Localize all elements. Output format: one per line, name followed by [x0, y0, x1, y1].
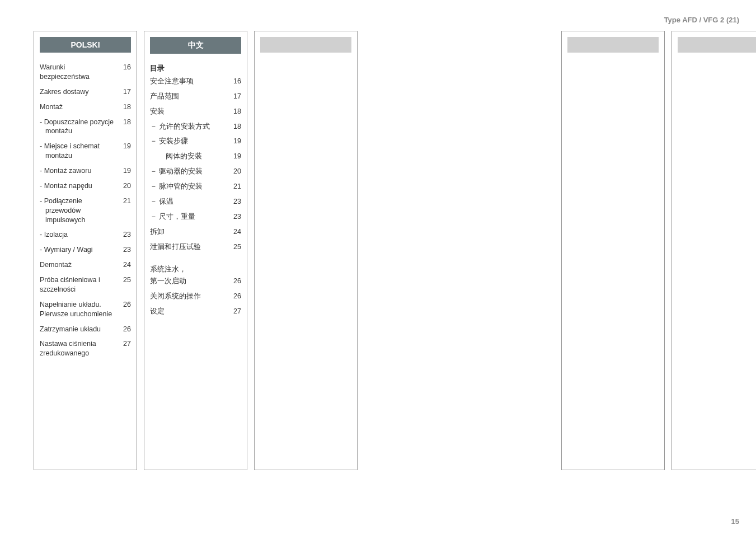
- toc-page: 19: [119, 166, 131, 176]
- toc-label: 系统注水，: [150, 265, 229, 274]
- toc-label: Warunki bezpieczeństwa: [40, 63, 119, 82]
- toc-label: Próba ciśnieniowa i szczelności: [40, 275, 119, 294]
- toc-label: Demontaż: [40, 260, 119, 270]
- toc-label: - Miejsce i schemat montażu: [40, 142, 119, 161]
- toc-row: Zakres dostawy 17: [40, 87, 131, 97]
- empty-panel-3: [254, 31, 358, 470]
- toc-page: 26: [119, 325, 131, 334]
- toc-label: 阀体的安装: [150, 152, 229, 161]
- toc-row: 安全注意事项 16: [150, 77, 241, 86]
- toc-page: 17: [119, 87, 131, 97]
- toc-row: Nastawa ciśnienia zredukowanego 27: [40, 339, 131, 358]
- toc-label: － 允许的安装方式: [150, 122, 229, 132]
- toc-row: - Podłączenie przewodów impulsowych 21: [40, 196, 131, 225]
- toc-row: Zatrzymanie układu 26: [40, 325, 131, 334]
- toc-label: - Dopuszczalne pozycje montażu: [40, 118, 119, 137]
- toc-page: 23: [119, 230, 131, 240]
- toc-page: 27: [229, 307, 241, 316]
- toc-label: - Podłączenie przewodów impulsowych: [40, 196, 119, 225]
- toc-label: 设定: [150, 307, 229, 316]
- toc-label: Zatrzymanie układu: [40, 325, 119, 334]
- empty-panel-5: [672, 31, 756, 470]
- toc-label: - Wymiary / Wagi: [40, 245, 119, 255]
- toc-page: 23: [229, 197, 241, 207]
- toc-page: 24: [119, 260, 131, 270]
- toc-page: 19: [229, 152, 241, 161]
- toc-row: － 驱动器的安装 20: [150, 167, 241, 176]
- toc-row: － 安装步骤 19: [150, 137, 241, 146]
- toc-row: Demontaż 24: [40, 260, 131, 270]
- chinese-title: 中文: [150, 37, 241, 54]
- page-number: 15: [731, 517, 739, 526]
- polski-panel: POLSKI Warunki bezpieczeństwa 16 Zakres …: [34, 31, 137, 470]
- chinese-panel: 中文 目录 安全注意事项 16 产品范围 17 安装 18 － 允许的安装方式 …: [144, 31, 247, 470]
- toc-page: 18: [229, 107, 241, 116]
- toc-row: Montaż 18: [40, 102, 131, 112]
- toc-label: Zakres dostawy: [40, 87, 119, 97]
- spacer: [364, 31, 555, 470]
- toc-label: 安全注意事项: [150, 77, 229, 86]
- toc-label: 安装: [150, 107, 229, 116]
- toc-row: Próba ciśnieniowa i szczelności 25: [40, 275, 131, 294]
- toc-row: Napełnianie układu. Pierwsze uruchomieni…: [40, 300, 131, 319]
- content-columns: POLSKI Warunki bezpieczeństwa 16 Zakres …: [0, 0, 756, 487]
- toc-label: － 尺寸，重量: [150, 212, 229, 222]
- toc-page: 23: [229, 212, 241, 222]
- document-type-header: Type AFD / VFG 2 (21): [664, 16, 739, 24]
- toc-page: 19: [229, 137, 241, 146]
- toc-row: 泄漏和打压试验 25: [150, 242, 241, 252]
- toc-page: 24: [229, 227, 241, 237]
- toc-page: 25: [119, 275, 131, 285]
- toc-row: － 保温 23: [150, 197, 241, 207]
- toc-row: - Montaż zaworu 19: [40, 166, 131, 176]
- toc-row: 第一次启动 26: [150, 277, 241, 286]
- toc-page: 26: [229, 277, 241, 286]
- toc-label: － 保温: [150, 197, 229, 207]
- toc-row: 拆卸 24: [150, 227, 241, 237]
- toc-label: － 驱动器的安装: [150, 167, 229, 176]
- toc-label: - Izolacja: [40, 230, 119, 240]
- toc-heading-label: 目录: [150, 64, 241, 73]
- toc-label: Montaż: [40, 102, 119, 112]
- toc-row: - Wymiary / Wagi 23: [40, 245, 131, 255]
- toc-label: Napełnianie układu. Pierwsze uruchomieni…: [40, 300, 119, 319]
- toc-row: 设定 27: [150, 307, 241, 316]
- toc-row: - Montaż napędu 20: [40, 181, 131, 191]
- toc-page: 23: [119, 245, 131, 255]
- empty-header: [678, 37, 756, 53]
- toc-row: 系统注水，: [150, 265, 241, 274]
- toc-label: － 安装步骤: [150, 137, 229, 146]
- toc-row: － 脉冲管的安装 21: [150, 182, 241, 191]
- toc-label: 第一次启动: [150, 277, 229, 286]
- toc-page: 21: [229, 182, 241, 191]
- toc-row: - Izolacja 23: [40, 230, 131, 240]
- toc-page: 18: [119, 118, 131, 127]
- toc-label: 产品范围: [150, 92, 229, 101]
- toc-page: 20: [119, 181, 131, 191]
- toc-label: - Montaż napędu: [40, 181, 119, 191]
- toc-page: 20: [229, 167, 241, 176]
- toc-page: 26: [229, 292, 241, 301]
- toc-row: － 允许的安装方式 18: [150, 122, 241, 132]
- toc-label: 拆卸: [150, 227, 229, 237]
- toc-label: － 脉冲管的安装: [150, 182, 229, 191]
- toc-page: 16: [119, 63, 131, 72]
- toc-page: 26: [119, 300, 131, 310]
- toc-row: Warunki bezpieczeństwa 16: [40, 63, 131, 82]
- toc-page: 18: [119, 102, 131, 112]
- toc-label: 泄漏和打压试验: [150, 242, 229, 252]
- toc-page: 17: [229, 92, 241, 101]
- toc-row: 安装 18: [150, 107, 241, 116]
- toc-page: 19: [119, 142, 131, 151]
- toc-row: 关闭系统的操作 26: [150, 292, 241, 301]
- toc-row: － 尺寸，重量 23: [150, 212, 241, 222]
- toc-row: 阀体的安装 19: [150, 152, 241, 161]
- toc-page: 16: [229, 77, 241, 86]
- toc-page: 21: [119, 196, 131, 206]
- toc-page: 25: [229, 242, 241, 252]
- toc-label: 关闭系统的操作: [150, 292, 229, 301]
- empty-header: [260, 37, 351, 53]
- empty-header: [567, 37, 659, 53]
- toc-heading: 目录: [150, 64, 241, 73]
- toc-page: 18: [229, 122, 241, 132]
